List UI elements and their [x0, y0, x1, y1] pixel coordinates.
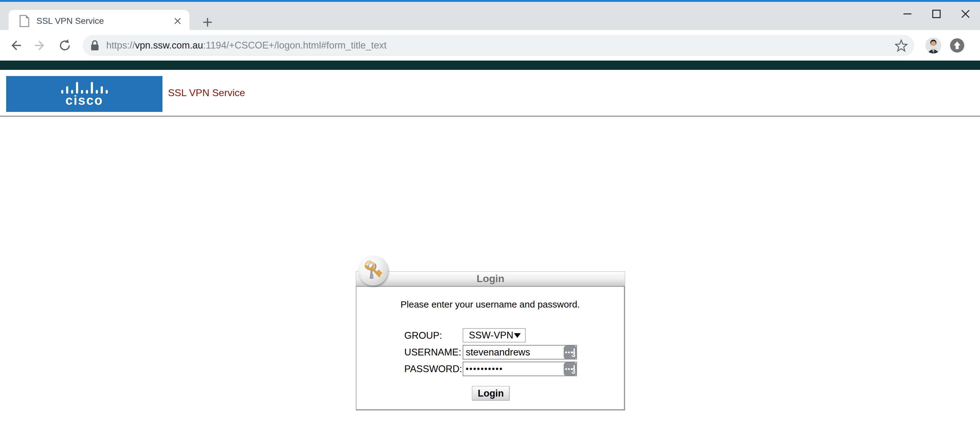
forward-icon[interactable]	[30, 35, 50, 55]
reload-icon[interactable]	[55, 35, 75, 55]
cisco-wordmark: cisco	[65, 94, 103, 107]
browser-tab[interactable]: SSL VPN Service	[9, 10, 189, 32]
keys-icon	[358, 256, 388, 286]
portal-title: SSL VPN Service	[168, 70, 245, 116]
virtual-keyboard-icon[interactable]: 3	[564, 362, 577, 376]
group-label: GROUP:	[404, 328, 442, 343]
bookmark-star-icon[interactable]	[894, 38, 908, 53]
login-form: Please enter your username and password.…	[356, 286, 625, 411]
login-button-label: Login	[478, 388, 504, 399]
password-label: PASSWORD:	[404, 362, 462, 376]
tab-close-icon[interactable]	[172, 15, 184, 27]
url-path: :1194/+CSCOE+/logon.html#form_title_text	[203, 40, 387, 51]
group-selected-value: SSW-VPN	[469, 330, 513, 341]
username-label: USERNAME:	[404, 345, 461, 359]
url-scheme: https://	[106, 40, 135, 51]
ime-badge: 3	[571, 350, 575, 359]
site-header: cisco SSL VPN Service	[0, 70, 980, 116]
group-select[interactable]: SSW-VPN	[463, 328, 526, 342]
window-controls	[893, 4, 980, 24]
username-input[interactable]: stevenandrews 3	[463, 345, 577, 359]
login-title: Login	[477, 273, 504, 285]
address-bar[interactable]: https://vpn.ssw.com.au:1194/+CSCOE+/logo…	[83, 35, 914, 56]
username-value: stevenandrews	[466, 347, 564, 358]
header-divider	[0, 116, 980, 117]
browser-update-icon[interactable]	[950, 38, 964, 53]
url-host: vpn.ssw.com.au	[135, 40, 203, 51]
maximize-button[interactable]	[922, 4, 951, 24]
tab-bar: SSL VPN Service	[0, 2, 980, 30]
login-title-bar: Login	[356, 272, 625, 286]
browser-window: SSL VPN Service	[0, 0, 980, 425]
url-text: https://vpn.ssw.com.au:1194/+CSCOE+/logo…	[106, 40, 894, 51]
profile-avatar[interactable]	[925, 37, 942, 53]
ime-badge: 3	[571, 367, 575, 375]
page-favicon-icon	[19, 15, 30, 27]
minimize-button[interactable]	[893, 4, 922, 24]
back-icon[interactable]	[6, 35, 25, 55]
site-top-band	[0, 61, 980, 70]
new-tab-button[interactable]	[199, 14, 216, 30]
password-input[interactable]: •••••••••• 3	[463, 362, 577, 376]
chevron-down-icon	[514, 333, 521, 338]
close-window-button[interactable]	[951, 4, 980, 24]
login-prompt: Please enter your username and password.	[356, 299, 624, 310]
cisco-logo: cisco	[6, 76, 162, 112]
login-panel: Login Please enter your username and pas…	[356, 272, 625, 411]
cisco-bars-icon	[61, 81, 108, 94]
password-masked-value: ••••••••••	[466, 364, 564, 374]
tab-title: SSL VPN Service	[37, 16, 172, 26]
browser-toolbar: https://vpn.ssw.com.au:1194/+CSCOE+/logo…	[0, 30, 980, 61]
https-lock-icon[interactable]	[89, 39, 100, 52]
login-button[interactable]: Login	[472, 386, 510, 401]
virtual-keyboard-icon[interactable]: 3	[564, 345, 577, 359]
